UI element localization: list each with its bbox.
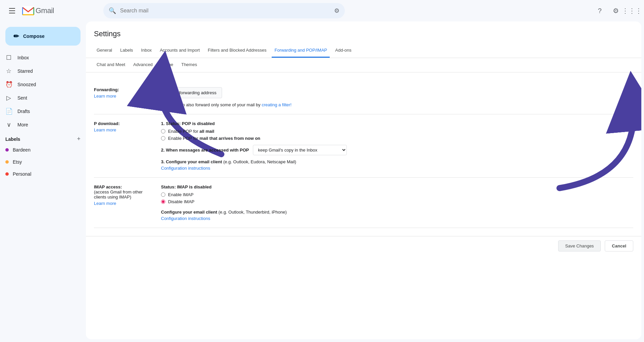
imap-learn-more[interactable]: Learn more xyxy=(94,201,153,206)
imap-label: IMAP access: (access Gmail from other cl… xyxy=(94,184,161,221)
enable-imap-label[interactable]: Enable IMAP xyxy=(168,192,194,197)
drafts-icon: 📄 xyxy=(5,108,12,115)
gmail-logo: Gmail xyxy=(22,6,54,15)
add-forwarding-address-button[interactable]: Add a forwarding address xyxy=(161,87,222,98)
settings-body: Forwarding: Learn more Add a forwarding … xyxy=(86,72,641,236)
creating-filter-link[interactable]: creating a filter! xyxy=(262,102,291,107)
imap-option-disable: Disable IMAP xyxy=(161,199,633,204)
disable-imap-label[interactable]: Disable IMAP xyxy=(168,199,195,204)
sidebar-item-label: Sent xyxy=(17,95,27,101)
tab-forwarding[interactable]: Forwarding and POP/IMAP xyxy=(272,44,330,58)
sidebar-item-label: Starred xyxy=(17,68,33,74)
labels-title: Labels xyxy=(5,136,20,142)
tab-themes[interactable]: Themes xyxy=(178,58,200,72)
pop-option-2: Enable POP for mail that arrives from no… xyxy=(161,136,633,141)
pop-option-2-label[interactable]: Enable POP for mail that arrives from no… xyxy=(168,136,260,141)
label-name: Etsy xyxy=(13,159,22,165)
sidebar-item-drafts[interactable]: 📄 Drafts xyxy=(0,105,80,118)
apps-button[interactable]: ⋮⋮⋮ xyxy=(625,4,639,17)
chevron-down-icon: ∨ xyxy=(5,121,12,128)
sidebar-item-label: Snoozed xyxy=(17,82,36,87)
imap-status: Status: IMAP is disabled xyxy=(161,184,633,189)
sent-icon: ▷ xyxy=(5,94,12,102)
tabs-row-2: Chat and Meet Advanced Offline Themes xyxy=(86,58,641,72)
search-filter-icon[interactable]: ⚙ xyxy=(334,7,339,14)
tab-inbox[interactable]: Inbox xyxy=(139,44,155,58)
bottom-bar: Save Changes Cancel xyxy=(86,236,641,255)
save-changes-button[interactable]: Save Changes xyxy=(558,240,601,251)
add-label-button[interactable]: + xyxy=(77,135,80,142)
labels-section-title: Labels + xyxy=(0,131,86,144)
search-bar: 🔍 ⚙ xyxy=(103,3,345,18)
label-color-personal xyxy=(5,172,9,176)
imap-sub: (access Gmail from other clients using I… xyxy=(94,189,153,199)
pop-from-now-radio[interactable] xyxy=(161,136,165,140)
help-button[interactable]: ? xyxy=(593,4,606,17)
tab-labels[interactable]: Labels xyxy=(117,44,136,58)
forwarding-section: Forwarding: Learn more Add a forwarding … xyxy=(94,80,633,114)
pop-section: P download: Learn more 1. Status: POP is… xyxy=(94,114,633,178)
sidebar-item-label: Inbox xyxy=(17,55,29,60)
sidebar-item-sent[interactable]: ▷ Sent xyxy=(0,91,80,105)
tabs-row-1: General Labels Inbox Accounts and Import… xyxy=(86,44,641,58)
label-name: Personal xyxy=(13,171,31,177)
pop-option-1: Enable POP for all mail xyxy=(161,129,633,134)
imap-content: Status: IMAP is disabled Enable IMAP Dis… xyxy=(161,184,633,221)
star-icon: ☆ xyxy=(5,67,12,75)
disable-imap-radio[interactable] xyxy=(161,199,165,204)
imap-configure-text: Configure your email client (e.g. Outloo… xyxy=(161,210,633,215)
pencil-icon: ✏ xyxy=(13,32,19,40)
settings-button[interactable]: ⚙ xyxy=(609,4,623,17)
sidebar: ✏ Compose ☐ Inbox ☆ Starred ⏰ Snoozed ▷ … xyxy=(0,21,86,342)
pop-all-mail-radio[interactable] xyxy=(161,129,165,133)
settings-title: Settings xyxy=(86,21,641,44)
menu-button[interactable] xyxy=(5,4,19,17)
imap-option-enable: Enable IMAP xyxy=(161,192,633,197)
sidebar-item-label: More xyxy=(17,122,28,127)
pop-when-select[interactable]: keep Gmail's copy in the Inbox mark Gmai… xyxy=(253,145,347,155)
compose-label: Compose xyxy=(23,34,45,39)
cancel-button[interactable]: Cancel xyxy=(605,240,633,251)
layout: ✏ Compose ☐ Inbox ☆ Starred ⏰ Snoozed ▷ … xyxy=(0,21,644,342)
label-color-etsy xyxy=(5,160,9,164)
label-item-etsy[interactable]: Etsy xyxy=(0,156,80,168)
enable-imap-radio[interactable] xyxy=(161,192,165,197)
topbar-left: Gmail xyxy=(5,4,99,17)
topbar: Gmail 🔍 ⚙ ? ⚙ ⋮⋮⋮ xyxy=(0,0,644,21)
sidebar-item-starred[interactable]: ☆ Starred xyxy=(0,64,80,78)
main-content: Settings General Labels Inbox Accounts a… xyxy=(86,21,641,339)
imap-section: IMAP access: (access Gmail from other cl… xyxy=(94,178,633,228)
search-icon: 🔍 xyxy=(109,7,116,14)
pop-option-1-label[interactable]: Enable POP for all mail xyxy=(168,129,214,134)
pop-label: P download: Learn more xyxy=(94,121,161,171)
topbar-right: ? ⚙ ⋮⋮⋮ xyxy=(593,4,639,17)
tab-general[interactable]: General xyxy=(94,44,115,58)
label-color-bardeen xyxy=(5,148,9,152)
label-item-personal[interactable]: Personal xyxy=(0,168,80,180)
tab-chat[interactable]: Chat and Meet xyxy=(94,58,128,72)
pop-learn-more[interactable]: Learn more xyxy=(94,127,153,132)
inbox-icon: ☐ xyxy=(5,54,12,61)
imap-config-link[interactable]: Configuration instructions xyxy=(161,216,633,221)
pop-configure-text: 3. Configure your email client (e.g. Out… xyxy=(161,159,633,164)
clock-icon: ⏰ xyxy=(5,81,12,88)
sidebar-item-inbox[interactable]: ☐ Inbox xyxy=(0,51,80,64)
pop-config-link[interactable]: Configuration instructions xyxy=(161,166,633,171)
pop-when-row: 2. When messages are accessed with POP k… xyxy=(161,145,633,155)
search-input[interactable] xyxy=(120,8,330,14)
tab-offline[interactable]: Offline xyxy=(158,58,176,72)
tab-accounts[interactable]: Accounts and Import xyxy=(157,44,202,58)
forwarding-learn-more[interactable]: Learn more xyxy=(94,94,153,99)
tab-addons[interactable]: Add-ons xyxy=(332,44,354,58)
pop-status: 1. Status: POP is disabled xyxy=(161,121,633,126)
sidebar-item-more[interactable]: ∨ More xyxy=(0,118,80,131)
gmail-m-icon xyxy=(22,6,34,15)
sidebar-item-label: Drafts xyxy=(17,109,30,114)
tip-text: Tip: You can also forward only some of y… xyxy=(161,102,633,107)
tab-advanced[interactable]: Advanced xyxy=(130,58,155,72)
sidebar-item-snoozed[interactable]: ⏰ Snoozed xyxy=(0,78,80,91)
gmail-text-label: Gmail xyxy=(36,6,54,15)
label-item-bardeen[interactable]: Bardeen xyxy=(0,144,80,156)
tab-filters[interactable]: Filters and Blocked Addresses xyxy=(205,44,269,58)
compose-button[interactable]: ✏ Compose xyxy=(5,27,80,46)
